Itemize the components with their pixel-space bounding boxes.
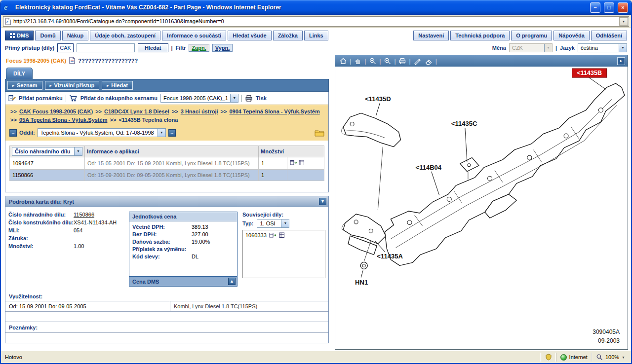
nav-logout-button[interactable]: Odhlášení <box>591 31 627 40</box>
collapse-card-button[interactable]: ▼ <box>319 198 326 205</box>
print-image-icon[interactable] <box>397 56 408 66</box>
measure-pencil-icon[interactable] <box>412 56 423 66</box>
chevron-down-icon[interactable]: ▼ <box>619 44 627 52</box>
chevron-down-icon[interactable]: ▼ <box>230 94 238 102</box>
zoom-in-icon[interactable] <box>367 56 378 66</box>
table-row-1094647[interactable]: 1094647 Od: 15-05-2001 Do: 15-09-2001 Ko… <box>10 157 324 170</box>
security-status-icon <box>545 354 552 361</box>
document-icon[interactable] <box>69 57 75 64</box>
diagram-label-11435A[interactable]: <11435A <box>377 253 403 260</box>
folder-icon[interactable] <box>315 129 324 137</box>
tab-parts[interactable]: DÍLY <box>6 68 33 79</box>
zoom-out-icon[interactable] <box>382 56 393 66</box>
table-row-1150866-selected[interactable]: 1150866 Od: 15-09-2001 Do: 09-05-2005 Ko… <box>10 170 324 181</box>
search-button[interactable]: Hledat <box>138 43 168 52</box>
breadcrumb-link-engine[interactable]: C18DC4X Lynx 1.8 Diesel <box>104 109 169 114</box>
part-number-link[interactable]: 1150866 <box>74 212 94 218</box>
parts-table: Číslo náhradního dílu ▼ Informace o apli… <box>9 146 324 181</box>
part-shape-11435B[interactable] <box>385 83 625 265</box>
security-zone[interactable]: Internet <box>556 353 592 362</box>
chevron-down-icon[interactable]: ▼ <box>74 147 82 155</box>
nav-about-button[interactable]: O programu <box>511 31 552 40</box>
engineering-number-label: Číslo konstrukčního dílu: <box>8 219 74 225</box>
breadcrumb-link-group[interactable]: 3 Hnací ústrojí <box>181 109 218 114</box>
filter-on-toggle[interactable]: Zapn. <box>189 44 209 52</box>
add-row-to-list-icon[interactable] <box>290 160 297 166</box>
shopping-list-select[interactable]: Focus 1998-2005 (CAK)_1 ▼ <box>160 94 238 103</box>
eraser-icon[interactable] <box>424 56 434 66</box>
part-number-cell[interactable]: 1150866 <box>10 170 85 181</box>
address-bar: e http://213.168.74.69:8080/Ford/Catalog… <box>1 15 631 28</box>
nav-purchase-button[interactable]: Nákup <box>62 31 89 40</box>
diagram-label-114B04[interactable]: <114B04 <box>416 164 442 171</box>
nav-links-button[interactable]: Links <box>304 31 328 40</box>
expand-dms-price-button[interactable]: ▲ <box>228 278 236 285</box>
print-link[interactable]: Tisk <box>256 95 267 101</box>
url-box[interactable]: e http://213.168.74.69:8080/Ford/Catalog… <box>3 16 629 27</box>
breadcrumb-link-catalogue[interactable]: CAK Focus 1998-2005 (CAK) <box>19 109 93 114</box>
add-row-to-list-icon[interactable] <box>269 232 276 238</box>
usability-date-range: Od: 15-09-2001 Do: 09-05-2005 <box>5 301 170 311</box>
nav-dms-button[interactable]: DMS <box>5 31 34 40</box>
language-label: Jazyk <box>560 45 575 51</box>
nav-part-info-button[interactable]: Informace o součásti <box>162 31 226 40</box>
nav-support-button[interactable]: Technická podpora <box>450 31 510 40</box>
url-text[interactable]: http://213.168.74.69:8080/Ford/Catalogue… <box>13 18 617 24</box>
home-icon[interactable] <box>338 56 348 66</box>
breadcrumb-link-section[interactable]: 05A Tepelná Slona - Výfuk.Systém <box>19 117 108 123</box>
view-search-button[interactable]: ▸Hledat <box>102 81 133 90</box>
minimize-button[interactable]: – <box>590 2 600 13</box>
row-grid-icon[interactable] <box>299 160 305 166</box>
diagram-canvas[interactable]: <11435D <11435C <114B04 <11435A HN1 <114… <box>335 67 628 349</box>
section-go-button[interactable]: → <box>168 129 176 137</box>
row-grid-icon[interactable] <box>279 232 285 238</box>
part-shape-11435D[interactable] <box>343 113 400 146</box>
section-select[interactable]: Tepelná Slona - Výfuk.Systém, Od: 17-08-… <box>38 128 166 137</box>
chevron-down-icon[interactable]: ▼ <box>281 219 289 227</box>
catalogue-code-box: CAK <box>57 43 74 52</box>
nav-bookmark-button[interactable]: Záložka <box>273 31 303 40</box>
related-type-select[interactable]: 1. OSI ▼ <box>257 219 289 228</box>
add-note-link[interactable]: Přidat poznámku <box>19 95 63 101</box>
diagram-label-11435C[interactable]: <11435C <box>451 120 477 127</box>
engineering-number-value: XS41-N11434-AH <box>74 219 117 225</box>
section-prev-button[interactable]: → <box>9 129 17 137</box>
zoom-control[interactable]: 100% ▼ <box>592 353 629 362</box>
pan-hand-icon[interactable] <box>353 56 363 66</box>
highlighted-part-label[interactable]: <11435B <box>572 69 607 77</box>
related-parts-list: 1060333 <box>242 230 325 278</box>
view-visual-button[interactable]: ▸Vizuální přístup <box>45 81 100 90</box>
diagram-label-HN1[interactable]: HN1 <box>355 279 368 286</box>
view-list-button[interactable]: ▸Seznam <box>7 81 42 90</box>
nav-dealer-data-button[interactable]: Údaje obch. zastoupení <box>90 31 160 40</box>
maximize-button[interactable]: □ <box>604 2 614 13</box>
view-toolbar: ▸Seznam ▸Vizuální přístup ▸Hledat <box>5 79 329 92</box>
vin-placeholder[interactable]: ?????????????????? <box>78 58 138 64</box>
notes-empty-row <box>5 332 328 343</box>
print-icon[interactable] <box>245 95 253 102</box>
part-column-select[interactable]: Číslo náhradního dílu ▼ <box>12 147 82 156</box>
related-part-number[interactable]: 1060333 <box>245 232 267 238</box>
add-to-shopping-list-link[interactable]: Přidat do nákupního seznamu <box>80 95 158 101</box>
chevron-down-icon[interactable]: ▼ <box>158 129 165 137</box>
section-label: Oddíl: <box>19 130 35 136</box>
related-parts: Související díly: Typ: 1. OSI ▼ 1060333 <box>242 212 325 287</box>
add-note-icon[interactable] <box>8 95 16 102</box>
cart-icon[interactable] <box>69 95 78 102</box>
nav-search-all-button[interactable]: Hledat všude <box>228 31 271 40</box>
direct-access-input[interactable] <box>77 43 135 52</box>
url-dropdown-button[interactable]: ▼ <box>619 17 628 26</box>
nav-settings-button[interactable]: Nastavení <box>413 31 449 40</box>
part-number-cell[interactable]: 1094647 <box>10 157 85 170</box>
chevron-down-icon[interactable]: ▼ <box>622 356 625 359</box>
language-select[interactable]: čeština ▼ <box>578 43 627 52</box>
nav-help-button[interactable]: Nápověda <box>553 31 590 40</box>
svg-text:<11435B: <11435B <box>577 70 602 76</box>
filter-off-toggle[interactable]: Vypn. <box>212 44 233 52</box>
diagram-label-11435D[interactable]: <11435D <box>365 95 391 103</box>
nav-home-button[interactable]: Domů <box>35 31 60 40</box>
close-button[interactable]: × <box>618 2 628 13</box>
quantity-cell: 1 <box>259 157 287 170</box>
breadcrumb-link-subgroup[interactable]: 0904 Tepelná Slona - Výfuk.Systém <box>229 109 319 114</box>
next-image-button[interactable]: ▸ <box>617 57 625 65</box>
